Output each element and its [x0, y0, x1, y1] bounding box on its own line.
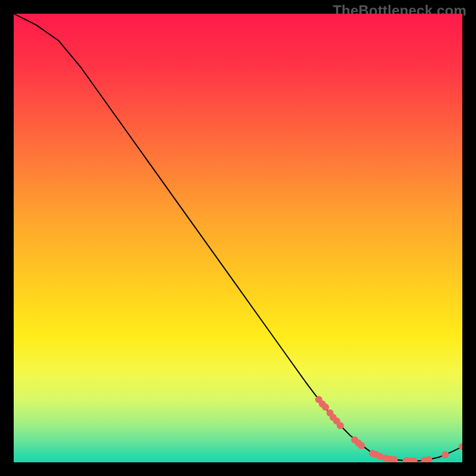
chart-background	[14, 14, 462, 462]
chart-stage: TheBottleneck.com	[0, 0, 476, 476]
chart-svg	[14, 14, 462, 462]
marker-point	[358, 442, 365, 449]
marker-point	[337, 422, 344, 429]
marker-point	[441, 451, 449, 458]
plot-area	[14, 14, 462, 462]
marker-point	[322, 403, 329, 411]
